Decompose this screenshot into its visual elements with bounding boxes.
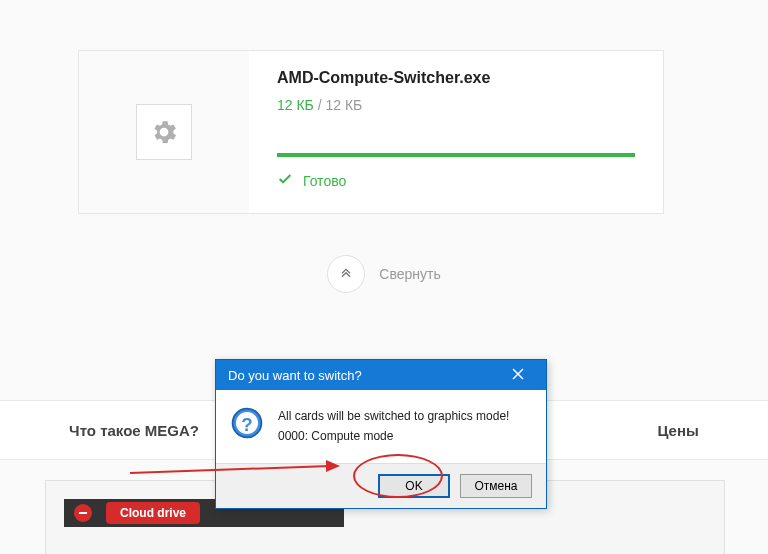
download-info: AMD-Compute-Switcher.exe 12 КБ / 12 КБ Г…: [249, 51, 663, 213]
ok-button[interactable]: OK: [378, 474, 450, 498]
question-icon: ?: [230, 406, 264, 447]
dialog-buttons: OK Отмена: [216, 463, 546, 508]
cancel-button[interactable]: Отмена: [460, 474, 532, 498]
file-thumbnail: [79, 51, 249, 213]
cloud-drive-label[interactable]: Cloud drive: [106, 502, 200, 524]
nav-item-prices[interactable]: Цены: [657, 422, 698, 439]
download-card: AMD-Compute-Switcher.exe 12 КБ / 12 КБ Г…: [78, 50, 664, 214]
check-icon: [277, 171, 293, 190]
mega-logo-icon: [74, 504, 92, 522]
chevron-up-double-icon: [338, 264, 354, 284]
size-done: 12 КБ: [277, 97, 314, 113]
svg-text:?: ?: [241, 414, 252, 435]
dialog-message: All cards will be switched to graphics m…: [278, 406, 509, 447]
collapse-row: Свернуть: [0, 255, 768, 293]
close-icon: [512, 368, 524, 383]
file-name: AMD-Compute-Switcher.exe: [277, 69, 635, 87]
dialog-titlebar: Do you want to switch?: [216, 360, 546, 390]
close-button[interactable]: [498, 364, 538, 386]
collapse-button[interactable]: [327, 255, 365, 293]
dialog-title: Do you want to switch?: [228, 368, 362, 383]
collapse-label: Свернуть: [379, 266, 440, 282]
status-row: Готово: [277, 171, 635, 190]
progress-bar: [277, 153, 635, 157]
dialog-line1: All cards will be switched to graphics m…: [278, 406, 509, 426]
file-size: 12 КБ / 12 КБ: [277, 97, 635, 113]
dialog-line2: 0000: Compute mode: [278, 426, 509, 446]
status-text: Готово: [303, 173, 346, 189]
gear-icon: [149, 117, 179, 147]
file-icon-container: [136, 104, 192, 160]
dialog-body: ? All cards will be switched to graphics…: [216, 390, 546, 463]
nav-item-about[interactable]: Что такое MEGA?: [69, 422, 199, 439]
size-total: 12 КБ: [325, 97, 362, 113]
switch-dialog: Do you want to switch? ? All cards will …: [215, 359, 547, 509]
